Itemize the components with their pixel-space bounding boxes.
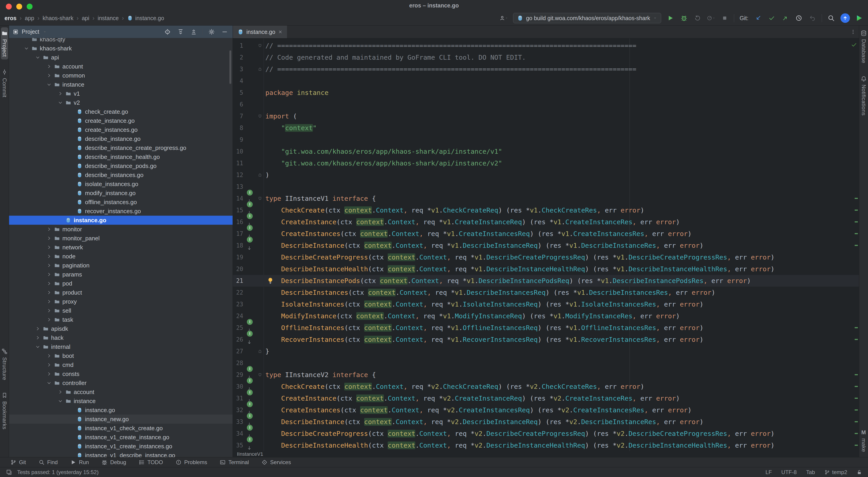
line-number[interactable]: 14 <box>233 192 243 204</box>
tree-item-pagination[interactable]: pagination <box>9 261 232 270</box>
line-number[interactable]: 23 <box>233 298 243 310</box>
code-line-24[interactable]: 24 ModifyInstance(ctx context.Context, r… <box>233 310 859 322</box>
run-with-coverage-button[interactable] <box>693 14 702 22</box>
line-number[interactable]: 9 <box>233 134 243 146</box>
error-stripe-mark[interactable] <box>855 433 858 434</box>
codebuddy-plugin-button[interactable] <box>855 14 864 22</box>
intention-bulb-icon[interactable] <box>267 277 274 285</box>
line-number[interactable]: 4 <box>233 75 243 87</box>
code-line-30[interactable]: 30 I CheckCreate(ctx context.Context, re… <box>233 381 859 392</box>
tab-instance-go[interactable]: instance.go <box>233 26 287 38</box>
status-message[interactable]: Tests passed: 1 (yesterday 15:52) <box>17 469 98 475</box>
tree-item-modify_instance.go[interactable]: modify_instance.go <box>9 188 232 198</box>
line-number[interactable]: 31 <box>233 392 243 404</box>
fold-end-icon[interactable] <box>258 349 262 354</box>
tree-item-node[interactable]: node <box>9 252 232 261</box>
tree-item-instance.go[interactable]: instance.go <box>9 406 232 415</box>
line-number[interactable]: 18 <box>233 240 243 251</box>
code-line-13[interactable]: 13 <box>233 181 859 192</box>
error-stripe-mark[interactable] <box>855 233 858 234</box>
toolwindow-button-problems[interactable]: Problems <box>176 459 207 466</box>
tree-item-task[interactable]: task <box>9 315 232 324</box>
tree-item-monitor[interactable]: monitor <box>9 225 232 234</box>
tree-item-describe_instance_pods.go[interactable]: describe_instance_pods.go <box>9 161 232 171</box>
line-number[interactable]: 10 <box>233 146 243 157</box>
stripe-tab-project[interactable]: Project <box>1 27 8 59</box>
breadcrumb-item[interactable]: api <box>82 15 89 22</box>
error-stripe-mark[interactable] <box>855 198 858 199</box>
error-stripe-mark[interactable] <box>855 339 858 340</box>
run-button[interactable] <box>666 14 675 22</box>
code-line-34[interactable]: 34 I DescribeCreateProgress(ctx context.… <box>233 428 859 440</box>
rollback-button[interactable] <box>808 14 817 22</box>
tree-item-offline_instances.go[interactable]: offline_instances.go <box>9 198 232 207</box>
lock-widget[interactable] <box>857 470 862 475</box>
tree-item-instance_v1_create_instance.go[interactable]: instance_v1_create_instance.go <box>9 433 232 442</box>
line-number[interactable]: 25 <box>233 322 243 334</box>
error-stripe-mark[interactable] <box>855 445 858 446</box>
breadcrumb-item[interactable]: instance.go <box>127 15 164 22</box>
code-line-14[interactable]: 14 I type IInstanceV1 interface { <box>233 192 859 204</box>
line-number[interactable]: 32 <box>233 404 243 416</box>
toolwindow-button-todo[interactable]: TODO <box>139 459 163 466</box>
code-line-15[interactable]: 15 I CheckCreate(ctx context.Context, re… <box>233 204 859 216</box>
fold-end-icon[interactable] <box>258 173 262 177</box>
line-number[interactable]: 2 <box>233 52 243 63</box>
user-account-button[interactable] <box>500 14 508 22</box>
line-number[interactable]: 17 <box>233 228 243 240</box>
tree-item-v1[interactable]: v1 <box>9 89 232 98</box>
breadcrumb-item[interactable]: eros <box>4 15 17 22</box>
tree-item-api[interactable]: api <box>9 53 232 62</box>
code-line-33[interactable]: 33 I DescribeInstance(ctx context.Contex… <box>233 416 859 428</box>
stripe-tab-database[interactable]: Database <box>860 27 867 66</box>
tree-item-check_create.go[interactable]: check_create.go <box>9 107 232 116</box>
history-button[interactable] <box>795 14 803 22</box>
line-number[interactable]: 11 <box>233 157 243 169</box>
editor-breadcrumb[interactable]: IInstanceV1 <box>233 451 859 457</box>
line-number[interactable]: 1 <box>233 40 243 52</box>
expand-all-button[interactable] <box>176 28 185 36</box>
tree-item-instance_v1_create_instances.go[interactable]: instance_v1_create_instances.go <box>9 442 232 451</box>
implemented-gutter-icon[interactable]: I <box>247 437 253 451</box>
tree-item-consts[interactable]: consts <box>9 369 232 379</box>
collapse-all-button[interactable] <box>189 28 198 36</box>
tree-item-v2[interactable]: v2 <box>9 98 232 107</box>
tree-item-instance_v1_check_create.go[interactable]: instance_v1_check_create.go <box>9 424 232 433</box>
code-line-5[interactable]: 5 package instance <box>233 87 859 98</box>
line-number[interactable]: 20 <box>233 263 243 275</box>
tree-item-product[interactable]: product <box>9 288 232 297</box>
fold-start-icon[interactable] <box>258 196 262 201</box>
git-branch-widget[interactable]: temp2 <box>825 469 847 475</box>
code-line-17[interactable]: 17 I CreateInstances(ctx context.Context… <box>233 228 859 240</box>
code-line-16[interactable]: 16 I CreateInstance(ctx context.Context,… <box>233 216 859 228</box>
line-number[interactable]: 6 <box>233 98 243 110</box>
error-stripe-mark[interactable] <box>855 398 858 399</box>
tree-item-isolate_instances.go[interactable]: isolate_instances.go <box>9 179 232 188</box>
code-line-11[interactable]: 11 "git.woa.com/khaos/eros/app/khaos-sha… <box>233 157 859 169</box>
toolwindow-button-find[interactable]: Find <box>39 459 58 466</box>
code-line-20[interactable]: 20 DescribeInstanceHealth(ctx context.Co… <box>233 263 859 275</box>
code-line-7[interactable]: 7 import ( <box>233 110 859 122</box>
code-line-31[interactable]: 31 I CreateInstance(ctx context.Context,… <box>233 392 859 404</box>
line-number[interactable]: 28 <box>233 357 243 369</box>
tree-item-apisdk[interactable]: apisdk <box>9 324 232 333</box>
error-stripe-mark[interactable] <box>855 421 858 422</box>
fold-start-icon[interactable] <box>258 372 262 377</box>
tree-item-khaos-shark[interactable]: khaos-shark <box>9 44 232 53</box>
code-line-32[interactable]: 32 I CreateInstances(ctx context.Context… <box>233 404 859 416</box>
code-line-2[interactable]: 2 // Code generated and maintained by Go… <box>233 52 859 63</box>
inspections-ok-icon[interactable] <box>851 41 857 48</box>
layout-settings-button[interactable] <box>6 469 12 475</box>
stripe-tab-notifications[interactable]: Notifications <box>860 73 867 118</box>
update-project-button[interactable] <box>754 14 763 22</box>
tree-item-controller[interactable]: controller <box>9 379 232 387</box>
tree-item-recover_instances.go[interactable]: recover_instances.go <box>9 207 232 216</box>
code-line-29[interactable]: 29 I type IInstanceV2 interface { <box>233 369 859 381</box>
tree-item-proxy[interactable]: proxy <box>9 297 232 306</box>
profiler-button[interactable] <box>707 14 715 22</box>
line-number[interactable]: 16 <box>233 216 243 228</box>
code-line-21[interactable]: 21 DescribeInstancePods(ctx context.Cont… <box>233 275 859 287</box>
error-stripe-mark[interactable] <box>855 210 858 211</box>
line-number[interactable]: 26 <box>233 334 243 346</box>
line-number[interactable]: 15 <box>233 204 243 216</box>
